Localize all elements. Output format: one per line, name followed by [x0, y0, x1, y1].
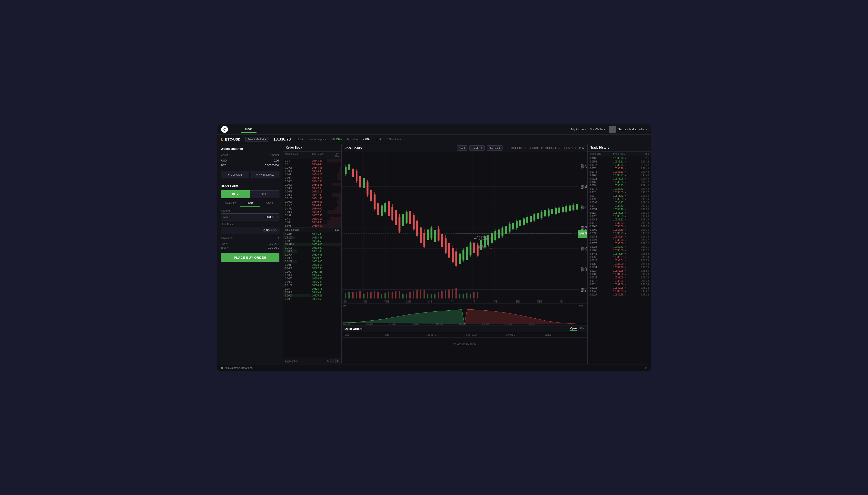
ask-row[interactable]: 0.1087 10342.90 - — [283, 180, 341, 183]
svg-rect-178 — [424, 290, 425, 298]
th-trade-time: 9:48:43 — [635, 273, 649, 275]
depth-chart-svg: $10,130 $10,180 $10,230 $10,280 $10,330 … — [342, 304, 587, 325]
svg-rect-183 — [452, 289, 453, 298]
th-trade-price: 10338.05 ↗ — [604, 164, 635, 166]
bid-row[interactable]: 0.0023 10326.40 - — [283, 280, 341, 284]
sell-button[interactable]: SELL — [250, 190, 280, 198]
svg-rect-36 — [377, 204, 379, 215]
limit-price-input[interactable] — [223, 228, 270, 232]
chevron-down-icon: ▾ — [645, 128, 647, 131]
main-layout: Wallet Balance Asset Amount USD 0.00 — [217, 144, 651, 364]
ohlcv-nav-icon[interactable]: ▶ — [583, 147, 585, 149]
ask-row[interactable]: 0.0688 10342.15 - — [283, 190, 341, 193]
ask-row[interactable]: 2.0000 10342.85 - — [283, 183, 341, 186]
deposit-button[interactable]: ⊕ DEPOSIT — [220, 171, 249, 178]
bid-size: 0.7599 — [285, 246, 302, 249]
stop-tab[interactable]: STOP — [260, 201, 279, 207]
ask-row[interactable]: 1.4371 10340.00 - — [283, 207, 341, 210]
ask-row[interactable]: 0.6100 10341.80 - — [283, 197, 341, 200]
amount-input[interactable] — [230, 215, 271, 219]
bid-row[interactable]: 1.2904 10329.35 - — [283, 253, 341, 256]
bid-row[interactable]: 0.001 10328.15 - — [283, 263, 341, 267]
bid-row[interactable]: 0.4045 10335.05 - — [283, 233, 341, 236]
bid-row[interactable]: 3.0268 10329.00 - — [283, 260, 341, 263]
withdraw-button[interactable]: ⊙ WITHDRAW — [251, 171, 280, 178]
th-direction-icon: ↗ — [625, 226, 626, 228]
th-trade-price: 10336.78 ↗ — [604, 157, 635, 159]
ask-row[interactable]: 0.5922 10344.30 - — [283, 169, 341, 173]
th-trade-price: 10338.05 ↗ — [604, 211, 635, 214]
ask-row[interactable]: 3.14 10344.45 - — [283, 159, 341, 163]
timeframe-select[interactable]: 5m ▾ — [457, 146, 467, 151]
limit-tab[interactable]: LIMIT — [240, 201, 260, 207]
advanced-row[interactable]: Advanced ▾ — [220, 236, 279, 239]
bid-row[interactable]: 0.0999 10329.25 - — [283, 256, 341, 260]
app-container: C Trade My Orders My Wallets Satoshi Nak… — [217, 124, 651, 371]
ask-size: 0.0688 — [285, 190, 302, 193]
bid-price: 10325.75 — [302, 288, 332, 290]
wallet-row-usd: USD 0.00 — [221, 158, 279, 163]
bid-row[interactable]: 1.0000 10327.95 - — [283, 267, 341, 270]
ask-row[interactable]: 5.601 10336.30 - — [283, 224, 341, 227]
bid-row[interactable]: 0.7599 10332.90 - — [283, 246, 341, 250]
trade-history-row: 0.0047 10338.05 ↗ 9:50:02 — [588, 163, 651, 167]
market-tab[interactable]: MARKET — [220, 201, 240, 207]
chart-type-select[interactable]: Candle ▾ — [469, 146, 485, 151]
my-wallets-link[interactable]: My Wallets — [590, 127, 605, 131]
ask-row[interactable]: 2.414 10336.55 - — [283, 217, 341, 220]
ask-row[interactable]: 1.0047 10343.75 - — [283, 176, 341, 180]
ask-row[interactable]: 3.0000 10339.25 - — [283, 210, 341, 214]
bid-row[interactable]: 0.1022 10326.50 - — [283, 273, 341, 277]
bid-row[interactable]: 6.0000 10325.25 - — [283, 294, 341, 297]
ohlcv-c-value: 10,336.78 — [562, 147, 573, 149]
th-direction-icon: ↗ — [625, 233, 626, 235]
aggregation-plus-button[interactable]: + — [335, 359, 339, 363]
bid-row[interactable]: 0.0021 10324.50 - — [283, 297, 341, 301]
bid-row[interactable]: 0.05 10325.75 - — [283, 287, 341, 290]
ohlcv-l-value: 10,336.78 — [545, 147, 556, 149]
th-trade-time: 9:49:49 — [635, 167, 649, 170]
svg-rect-174 — [409, 292, 411, 298]
ask-size: 2.0000 — [285, 194, 302, 197]
volume-currency: BTC — [376, 138, 382, 141]
bid-row[interactable]: 1.0000 10325.45 - — [283, 290, 341, 294]
ask-row[interactable]: 0.1000 10342.65 - — [283, 186, 341, 190]
settings-gear-icon[interactable]: ⚙ — [644, 366, 647, 369]
bid-row[interactable]: 0.0037 10326.45 - — [283, 277, 341, 280]
th-trade-size: 0.1094 — [590, 266, 604, 269]
ask-bg — [341, 214, 341, 217]
place-order-button[interactable]: PLACE BUY ORDER — [220, 253, 279, 262]
ohlcv-display: O: 10,338.05 H: 10,338.05 L: 10,336.78 C… — [506, 147, 585, 149]
spread-row: USD Spread 1.19 — [283, 227, 341, 233]
bid-row[interactable]: 3.0000 10331.00 - — [283, 250, 341, 253]
overlay-select[interactable]: Overlay ▾ — [487, 146, 503, 151]
trade-history-panel: Trade History Trade Size Price (USD) Tim… — [587, 144, 651, 364]
ask-row[interactable]: 0.7599 10340.35 - — [283, 203, 341, 207]
ask-row[interactable]: 0.132 10337.35 - — [283, 214, 341, 217]
ask-row[interactable]: 0.2999 10344.35 - — [283, 166, 341, 169]
open-orders-fills-tab[interactable]: Fills — [579, 327, 585, 330]
ask-row[interactable]: 3.000 10336.35 - — [283, 220, 341, 224]
svg-rect-76 — [448, 244, 450, 257]
th-trade-time: 9:49:48 — [635, 174, 649, 176]
user-area[interactable]: Satoshi Nakamoto ▾ — [609, 126, 647, 133]
open-orders-open-tab[interactable]: Open — [570, 327, 577, 330]
bid-row[interactable]: 0.6168 10326.30 - — [283, 284, 341, 287]
bid-row[interactable]: 2.5100 10334.95 - — [283, 236, 341, 239]
select-market-button[interactable]: Select Market ▾ — [245, 137, 268, 142]
aggregation-minus-button[interactable]: − — [330, 359, 334, 363]
my-orders-link[interactable]: My Orders — [571, 127, 586, 131]
nav-tab-trade[interactable]: Trade — [241, 126, 257, 133]
bid-bg — [283, 287, 283, 290]
bid-row[interactable]: 0.0984 10333.50 - — [283, 239, 341, 243]
bid-row[interactable]: 0.100 10327.25 - — [283, 270, 341, 273]
amount-max-label[interactable]: Max — [223, 216, 228, 219]
th-direction-icon: ↗ — [625, 287, 626, 289]
ask-row[interactable]: 0.01 10344.40 - — [283, 163, 341, 166]
ask-row[interactable]: 1.007 10344.25 - — [283, 173, 341, 176]
th-trade-price: 10338.84 ↗ — [604, 252, 635, 255]
buy-button[interactable]: BUY — [220, 190, 250, 198]
ask-row[interactable]: 2.0000 10341.95 - — [283, 193, 341, 197]
bid-row[interactable]: 25.3100 10333.00 - — [283, 243, 341, 246]
ask-row[interactable]: 1.0000 10340.65 - — [283, 200, 341, 203]
